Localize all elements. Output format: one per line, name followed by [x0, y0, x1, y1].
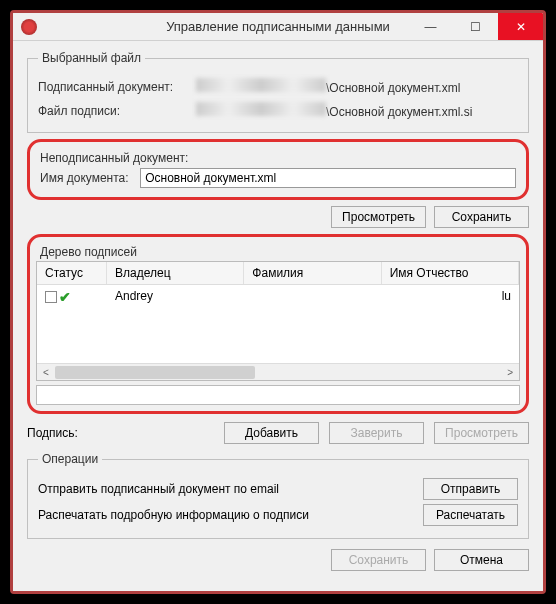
- unsigned-legend: Неподписанный документ:: [40, 151, 188, 165]
- operations-group: Операции Отправить подписанный документ …: [27, 452, 529, 539]
- selected-file-group: Выбранный файл Подписанный документ: \Ос…: [27, 51, 529, 133]
- redacted-path: [196, 102, 326, 116]
- selected-file-legend: Выбранный файл: [38, 51, 145, 65]
- cancel-button[interactable]: Отмена: [434, 549, 529, 571]
- unsigned-doc-highlight: Неподписанный документ: Имя документа:: [27, 139, 529, 200]
- signed-doc-label: Подписанный документ:: [38, 80, 188, 94]
- signed-doc-suffix: \Основной документ.xml: [326, 81, 460, 95]
- view-button[interactable]: Просмотреть: [331, 206, 426, 228]
- print-op-text: Распечатать подробную информацию о подпи…: [38, 508, 309, 522]
- horizontal-scrollbar[interactable]: < >: [37, 363, 519, 380]
- sig-file-suffix: \Основной документ.xml.si: [326, 105, 472, 119]
- close-button[interactable]: ✕: [498, 13, 543, 40]
- minimize-button[interactable]: —: [408, 13, 453, 40]
- grid-header: Статус Владелец Фамилия Имя Отчество: [37, 262, 519, 285]
- window-title: Управление подписанными данными: [166, 19, 390, 34]
- row-tail: lu: [382, 287, 519, 307]
- col-surname[interactable]: Фамилия: [244, 262, 381, 284]
- signature-tree-grid[interactable]: Статус Владелец Фамилия Имя Отчество ✔ A…: [36, 261, 520, 381]
- save-unsigned-button[interactable]: Сохранить: [434, 206, 529, 228]
- row-checkbox[interactable]: [45, 291, 57, 303]
- col-patronymic[interactable]: Имя Отчество: [382, 262, 519, 284]
- print-button[interactable]: Распечатать: [423, 504, 518, 526]
- view-signature-button: Просмотреть: [434, 422, 529, 444]
- send-email-button[interactable]: Отправить: [423, 478, 518, 500]
- app-icon: [21, 19, 37, 35]
- check-icon: ✔: [59, 289, 71, 305]
- save-all-button: Сохранить: [331, 549, 426, 571]
- certify-button: Заверить: [329, 422, 424, 444]
- col-status[interactable]: Статус: [37, 262, 107, 284]
- tree-row[interactable]: ✔ Andrey lu: [37, 285, 519, 309]
- add-signature-button[interactable]: Добавить: [224, 422, 319, 444]
- scroll-thumb[interactable]: [55, 366, 255, 379]
- detail-field[interactable]: [36, 385, 520, 405]
- scroll-left-icon[interactable]: <: [39, 367, 53, 378]
- doc-name-input[interactable]: [140, 168, 516, 188]
- doc-name-label: Имя документа:: [40, 171, 134, 185]
- maximize-button[interactable]: ☐: [453, 13, 498, 40]
- email-op-text: Отправить подписанный документ по email: [38, 482, 279, 496]
- row-surname: [244, 287, 381, 307]
- signature-label: Подпись:: [27, 426, 107, 440]
- scroll-right-icon[interactable]: >: [503, 367, 517, 378]
- row-owner: Andrey: [107, 287, 244, 307]
- signature-tree-highlight: Дерево подписей Статус Владелец Фамилия …: [27, 234, 529, 414]
- tree-legend: Дерево подписей: [36, 243, 520, 261]
- sig-file-label: Файл подписи:: [38, 104, 188, 118]
- col-owner[interactable]: Владелец: [107, 262, 244, 284]
- redacted-path: [196, 78, 326, 92]
- operations-legend: Операции: [38, 452, 102, 466]
- titlebar: Управление подписанными данными — ☐ ✕: [13, 13, 543, 41]
